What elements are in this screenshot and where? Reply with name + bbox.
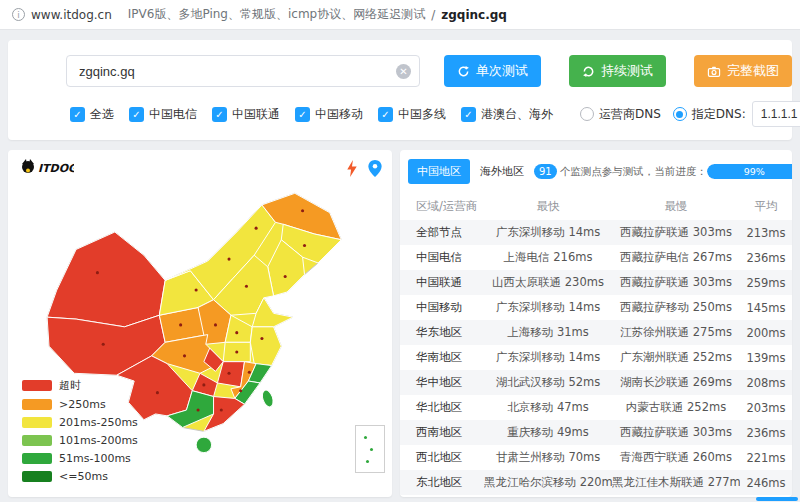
legend-label: >250ms xyxy=(59,398,106,411)
title-separator: / xyxy=(431,8,435,22)
camera-icon xyxy=(707,65,721,78)
table-row[interactable]: 中国移动广东深圳移动 14ms西藏拉萨移动 250ms145ms xyxy=(400,295,792,320)
col-region: 区域/运营商 xyxy=(400,193,484,220)
map-legend: 超时>250ms201ms-250ms101ms-200ms51ms-100ms… xyxy=(22,373,138,483)
cell-slowest: 西藏拉萨联通 303ms xyxy=(612,220,740,245)
table-row[interactable]: 东北地区黑龙江哈尔滨移动 220ms黑龙江佳木斯联通 277ms246ms xyxy=(400,470,792,495)
cell-region: 西北地区 xyxy=(400,445,484,470)
checkbox-港澳台、海外[interactable]: ✓港澳台、海外 xyxy=(461,106,553,123)
table-row[interactable]: 港澳台 xyxy=(400,495,792,497)
cell-fastest: 广东深圳移动 14ms xyxy=(484,295,612,320)
cell-slowest: 西藏拉萨联通 303ms xyxy=(612,270,740,295)
checkbox-check-icon: ✓ xyxy=(129,107,144,122)
latency-table: 区域/运营商 最快 最慢 平均 全部节点广东深圳移动 14ms西藏拉萨联通 30… xyxy=(400,193,792,497)
svg-text:ITDOG: ITDOG xyxy=(38,162,74,175)
checkbox-label: 中国电信 xyxy=(149,106,197,123)
legend-swatch xyxy=(22,380,52,391)
tab-china-region[interactable]: 中国地区 xyxy=(408,159,470,184)
checkbox-label: 中国联通 xyxy=(232,106,280,123)
checkbox-中国联通[interactable]: ✓中国联通 xyxy=(212,106,280,123)
continuous-test-label: 持续测试 xyxy=(601,62,653,80)
cell-slowest: 内蒙古联通 252ms xyxy=(612,395,740,420)
checkbox-中国电信[interactable]: ✓中国电信 xyxy=(129,106,197,123)
map-tools xyxy=(346,160,382,177)
cell-region: 华南地区 xyxy=(400,345,484,370)
cell-fastest: 广东深圳移动 14ms xyxy=(484,220,612,245)
cell-slowest: 黑龙江佳木斯联通 277ms xyxy=(612,470,740,495)
single-test-label: 单次测试 xyxy=(476,62,528,80)
cell-avg: 145ms xyxy=(740,295,792,320)
cell-region: 华北地区 xyxy=(400,395,484,420)
latency-table-body: 全部节点广东深圳移动 14ms西藏拉萨联通 303ms213ms中国电信上海电信… xyxy=(400,220,792,497)
cell-avg: 221ms xyxy=(740,445,792,470)
table-row[interactable]: 华南地区广东深圳移动 14ms广东潮州联通 252ms139ms xyxy=(400,345,792,370)
table-row[interactable]: 西南地区重庆移动 49ms西藏拉萨联通 303ms236ms xyxy=(400,420,792,445)
full-screenshot-button[interactable]: 完整截图 xyxy=(694,55,792,87)
legend-swatch xyxy=(22,399,52,410)
radio-isp-dns[interactable]: 运营商DNS xyxy=(580,106,661,123)
table-row[interactable]: 西北地区甘肃兰州移动 70ms青海西宁联通 260ms221ms xyxy=(400,445,792,470)
cell-fastest xyxy=(484,495,612,497)
legend-swatch xyxy=(22,417,52,428)
cell-slowest: 广东潮州联通 252ms xyxy=(612,345,740,370)
monitor-count-badge: 91 xyxy=(534,164,557,179)
continuous-test-button[interactable]: 持续测试 xyxy=(569,55,666,87)
table-header-row: 区域/运营商 最快 最慢 平均 xyxy=(400,193,792,220)
table-row[interactable]: 华东地区上海移动 31ms江苏徐州联通 275ms200ms xyxy=(400,320,792,345)
progress-bar: 99% xyxy=(707,164,792,179)
cell-region: 全部节点 xyxy=(400,220,484,245)
clear-input-icon[interactable]: ✕ xyxy=(396,64,411,79)
legend-label: 51ms-100ms xyxy=(59,452,131,465)
table-row[interactable]: 华中地区湖北武汉移动 52ms湖南长沙联通 269ms208ms xyxy=(400,370,792,395)
cell-slowest: 西藏拉萨移动 250ms xyxy=(612,295,740,320)
target-input[interactable] xyxy=(67,64,419,79)
site-info-icon[interactable]: i xyxy=(12,8,25,21)
table-row[interactable]: 全部节点广东深圳移动 14ms西藏拉萨联通 303ms213ms xyxy=(400,220,792,245)
legend-swatch xyxy=(22,435,52,446)
legend-swatch xyxy=(22,471,52,482)
repeat-icon xyxy=(582,65,595,78)
checkbox-全选[interactable]: ✓全选 xyxy=(70,106,114,123)
single-test-button[interactable]: 单次测试 xyxy=(444,55,541,87)
cell-avg: 200ms xyxy=(740,320,792,345)
full-screenshot-label: 完整截图 xyxy=(727,62,779,80)
checkbox-中国移动[interactable]: ✓中国移动 xyxy=(295,106,363,123)
site-url[interactable]: www.itdog.cn xyxy=(31,8,112,22)
filter-row: ✓全选✓中国电信✓中国联通✓中国移动✓中国多线✓港澳台、海外 运营商DNS 指定… xyxy=(8,87,792,127)
itdog-logo: ITDOG xyxy=(18,156,74,184)
cell-region: 中国电信 xyxy=(400,245,484,270)
tab-overseas-region[interactable]: 海外地区 xyxy=(480,164,524,179)
legend-swatch xyxy=(22,453,52,464)
cell-fastest: 湖北武汉移动 52ms xyxy=(484,370,612,395)
table-row[interactable]: 中国联通山西太原联通 230ms西藏拉萨联通 303ms259ms xyxy=(400,270,792,295)
checkbox-check-icon: ✓ xyxy=(461,107,476,122)
checkbox-中国多线[interactable]: ✓中国多线 xyxy=(378,106,446,123)
location-pin-icon[interactable] xyxy=(368,160,382,177)
cell-slowest: 青海西宁联通 260ms xyxy=(612,445,740,470)
legend-item: 201ms-250ms xyxy=(22,416,138,429)
checkbox-check-icon: ✓ xyxy=(378,107,393,122)
horizontal-scrollbar-thumb[interactable] xyxy=(756,497,798,501)
checkbox-check-icon: ✓ xyxy=(295,107,310,122)
map-panel: ITDOG xyxy=(8,150,392,497)
cell-fastest: 山西太原联通 230ms xyxy=(484,270,612,295)
cell-slowest xyxy=(612,495,740,497)
legend-item: 101ms-200ms xyxy=(22,434,138,447)
table-row[interactable]: 中国电信上海电信 216ms西藏拉萨电信 267ms236ms xyxy=(400,245,792,270)
browser-titlebar: i www.itdog.cn IPV6版、多地Ping、常规版、icmp协议、网… xyxy=(0,0,800,30)
refresh-icon xyxy=(457,65,470,78)
legend-label: <=50ms xyxy=(59,470,108,483)
checkbox-label: 中国多线 xyxy=(398,106,446,123)
current-target-host: zgqinc.gq xyxy=(441,8,507,22)
results-panel: 中国地区 海外地区 91 个监测点参与测试，当前进度： 99% 区域/运营商 最… xyxy=(400,150,792,497)
cell-region: 中国联通 xyxy=(400,270,484,295)
cell-fastest: 甘肃兰州移动 70ms xyxy=(484,445,612,470)
progress-fill: 99% xyxy=(707,164,792,179)
south-china-sea-inset xyxy=(355,425,385,473)
dns-input[interactable] xyxy=(752,101,800,127)
col-slowest: 最慢 xyxy=(612,193,740,220)
lightning-icon[interactable] xyxy=(346,160,358,177)
radio-custom-dns[interactable]: 指定DNS: xyxy=(673,106,746,123)
table-row[interactable]: 华北地区北京移动 47ms内蒙古联通 252ms203ms xyxy=(400,395,792,420)
checkbox-group: ✓全选✓中国电信✓中国联通✓中国移动✓中国多线✓港澳台、海外 xyxy=(70,106,568,123)
